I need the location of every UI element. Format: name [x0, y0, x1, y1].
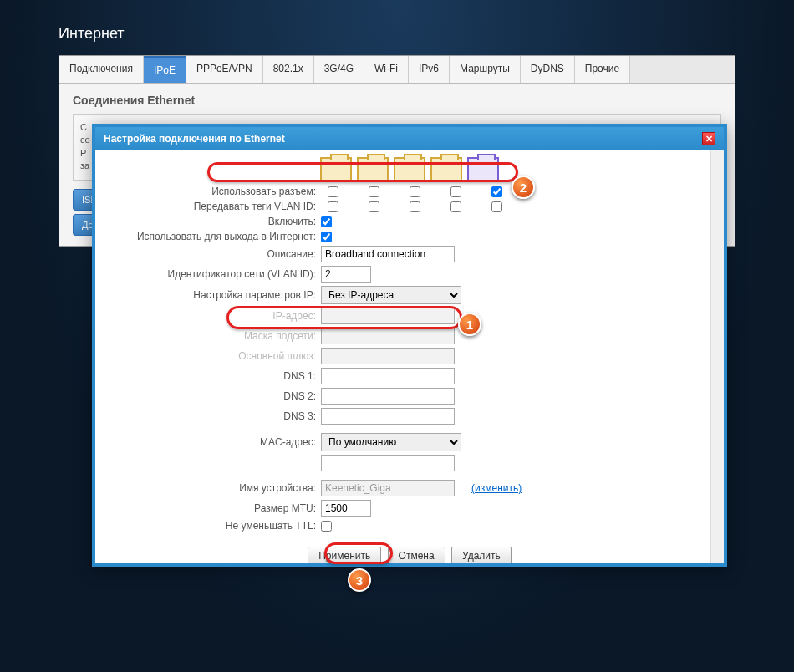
modal-body: Использовать разъем: Передавать теги VLA… [95, 150, 724, 563]
label-device: Имя устройства: [112, 482, 321, 494]
label-ttl: Не уменьшать TTL: [112, 520, 321, 532]
modal-title-text: Настройка подключения по Ethernet [104, 133, 285, 145]
ethernet-modal: Настройка подключения по Ethernet ✕ Испо… [92, 124, 727, 567]
tab-other[interactable]: Прочие [575, 56, 630, 83]
port-1[interactable] [357, 157, 389, 182]
vlan-tag-0[interactable] [328, 201, 338, 212]
enable-checkbox[interactable] [321, 216, 332, 227]
page-title: Интернет [0, 0, 794, 55]
tab-ipoe[interactable]: IPoE [144, 56, 186, 83]
use-port-3[interactable] [450, 186, 461, 197]
description-field[interactable] [321, 246, 455, 262]
vlan-tag-2[interactable] [410, 201, 420, 212]
ip-addr-field [321, 308, 455, 324]
label-gateway: Основной шлюз: [112, 350, 321, 362]
modal-scrollbar[interactable] [710, 150, 724, 563]
tab-3g4g[interactable]: 3G/4G [314, 56, 364, 83]
ports-diagram [112, 157, 707, 182]
label-vlan-id: Идентификатор сети (VLAN ID): [112, 268, 321, 280]
port-2[interactable] [394, 157, 425, 182]
ip-setup-select[interactable]: Без IP-адреса [321, 286, 461, 304]
delete-button[interactable]: Удалить [451, 547, 512, 563]
ethernet-section-title: Соединения Ethernet [73, 94, 721, 107]
ttl-checkbox[interactable] [321, 521, 332, 532]
cancel-button[interactable]: Отмена [388, 547, 445, 563]
mtu-field[interactable] [321, 500, 371, 517]
modal-title-bar: Настройка подключения по Ethernet ✕ [95, 127, 724, 150]
label-internet: Использовать для выхода в Интернет: [112, 231, 321, 242]
tab-routes[interactable]: Маршруты [450, 56, 521, 83]
use-port-1[interactable] [369, 186, 379, 197]
dns3-field[interactable] [321, 408, 455, 425]
badge-3: 3 [348, 568, 371, 592]
apply-button[interactable]: Применить [308, 547, 381, 563]
mac-extra-field[interactable] [321, 455, 455, 471]
label-mtu: Размер MTU: [112, 502, 321, 514]
use-port-4[interactable] [491, 186, 502, 197]
port-0[interactable] [320, 157, 352, 182]
mac-select[interactable]: По умолчанию [321, 433, 461, 451]
netmask-field [321, 328, 455, 344]
label-enable: Включить: [112, 216, 321, 227]
label-mac: MAC-адрес: [112, 436, 321, 448]
close-button[interactable]: ✕ [702, 132, 715, 145]
vlan-tag-3[interactable] [450, 201, 461, 212]
label-ip-setup: Настройка параметров IP: [112, 289, 321, 301]
vlan-tag-4[interactable] [491, 201, 502, 212]
tab-bar: Подключения IPoE PPPoE/VPN 802.1x 3G/4G … [59, 56, 735, 84]
tab-wifi[interactable]: Wi-Fi [364, 56, 409, 83]
tab-ipv6[interactable]: IPv6 [409, 56, 450, 83]
label-dns3: DNS 3: [112, 410, 321, 422]
vlan-tag-1[interactable] [369, 201, 379, 212]
dns2-field[interactable] [321, 388, 455, 405]
use-port-0[interactable] [328, 186, 338, 197]
tab-8021x[interactable]: 802.1x [263, 56, 314, 83]
label-vlan-tag: Передавать теги VLAN ID: [112, 201, 321, 212]
label-dns2: DNS 2: [112, 390, 321, 402]
label-netmask: Маска подсети: [112, 330, 321, 342]
tab-connections[interactable]: Подключения [59, 56, 144, 83]
tab-dydns[interactable]: DyDNS [521, 56, 575, 83]
gateway-field [321, 348, 455, 364]
modal-button-row: Применить Отмена Удалить [112, 547, 707, 563]
label-dns1: DNS 1: [112, 370, 321, 382]
vlan-id-field[interactable] [321, 266, 371, 283]
use-port-2[interactable] [410, 186, 420, 197]
label-description: Описание: [112, 248, 321, 260]
dns1-field[interactable] [321, 368, 455, 384]
port-3[interactable] [430, 157, 462, 182]
label-ip-addr: IP-адрес: [112, 310, 321, 322]
device-field [321, 480, 455, 496]
label-use-port: Использовать разъем: [112, 186, 321, 197]
port-4[interactable] [467, 157, 499, 182]
change-device-link[interactable]: (изменить) [471, 482, 522, 494]
tab-pppoe-vpn[interactable]: PPPoE/VPN [186, 56, 263, 83]
internet-checkbox[interactable] [321, 232, 332, 242]
